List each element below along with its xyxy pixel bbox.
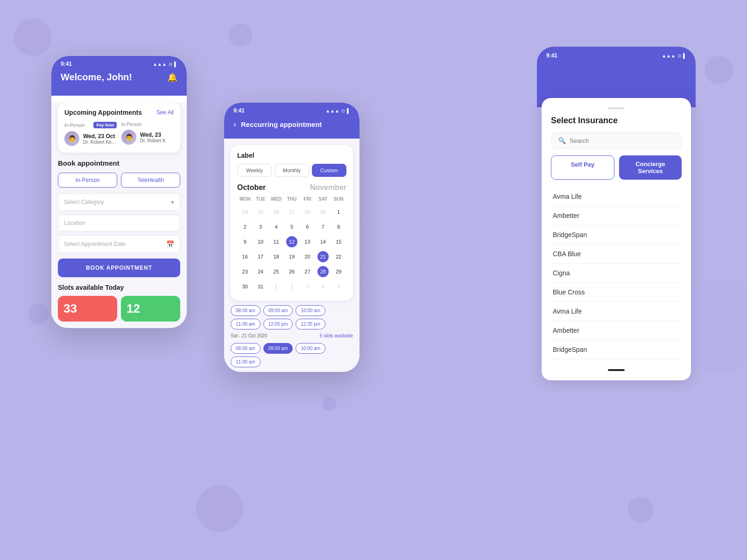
- inperson-button[interactable]: In-Person: [58, 173, 117, 188]
- cal-cell[interactable]: 19: [284, 249, 299, 264]
- search-bar[interactable]: 🔍: [551, 132, 682, 149]
- calendar-months: October November: [237, 183, 346, 192]
- cal-header: MON TUE WED THU FRI SAT SUN: [237, 196, 346, 203]
- status-time-1: 9:41: [61, 61, 72, 67]
- upcoming-appointments-card: Upcoming Appointments See All In-Person …: [58, 102, 180, 153]
- insurance-item-avmalife2[interactable]: Avma Life: [551, 302, 682, 321]
- appt-item-1: In-Person Pay Now 👨 Wed, 23 Oct Dr. Robe…: [64, 122, 117, 146]
- time-slot2-1100[interactable]: 11:00 am: [231, 357, 261, 367]
- time-slot-1100[interactable]: 11:00 am: [231, 319, 261, 329]
- time-slots-section1: 08:00 am 09:00 am 10:00 am 11:00 am 12:0…: [224, 301, 359, 372]
- cal-cell[interactable]: 5: [284, 219, 299, 234]
- cal-cell-12[interactable]: 12: [284, 234, 299, 249]
- cal-cell[interactable]: 1: [331, 204, 346, 219]
- insurance-item-ambetter1[interactable]: Ambetter: [551, 206, 682, 225]
- cal-cell[interactable]: 31: [253, 279, 268, 294]
- cal-cell[interactable]: 1: [268, 279, 284, 294]
- cal-cell[interactable]: 18: [268, 249, 284, 264]
- cal-cell[interactable]: 10: [253, 234, 268, 249]
- cal-cell[interactable]: 2: [237, 219, 253, 234]
- book-appointment-button[interactable]: BOOK APPOINTMENT: [58, 259, 180, 277]
- status-icons-1: ▲▲▲ ⊙ ▌: [153, 62, 177, 67]
- search-input[interactable]: [570, 137, 675, 144]
- cal-cell[interactable]: 29: [315, 204, 331, 219]
- pay-now-badge[interactable]: Pay Now: [93, 122, 117, 128]
- time-slot-1000[interactable]: 10:00 am: [296, 305, 325, 316]
- bell-icon[interactable]: 🔔: [167, 72, 177, 83]
- back-arrow-icon[interactable]: ‹: [233, 119, 236, 129]
- cal-cell-21[interactable]: 21: [315, 249, 331, 264]
- cal-cell[interactable]: 25: [253, 204, 268, 219]
- monthly-button[interactable]: Monthly: [275, 164, 309, 177]
- time-slot2-1000[interactable]: 10:00 am: [296, 343, 325, 354]
- time-slot2-0900[interactable]: 09:00 am: [263, 343, 293, 354]
- cal-cell[interactable]: 20: [300, 249, 315, 264]
- cal-cell[interactable]: 4: [315, 279, 331, 294]
- cal-cell[interactable]: 7: [315, 219, 331, 234]
- cal-cell[interactable]: 25: [268, 264, 284, 279]
- weekly-button[interactable]: Weekly: [237, 164, 272, 177]
- insurance-item-cigna1[interactable]: Cigna: [551, 264, 682, 283]
- cal-cell[interactable]: 22: [331, 249, 346, 264]
- cal-cell[interactable]: 13: [300, 234, 315, 249]
- telehealth-button[interactable]: TeleHealth: [121, 173, 180, 188]
- insurance-item-avmalife1[interactable]: Avma Life: [551, 187, 682, 206]
- cal-cell[interactable]: 17: [253, 249, 268, 264]
- appt-type-2: In-Person: [121, 122, 141, 127]
- time-slot-1205[interactable]: 12:05 pm: [263, 319, 293, 329]
- time-slot2-0800[interactable]: 08:00 am: [231, 343, 261, 354]
- cal-cell[interactable]: 8: [331, 219, 346, 234]
- self-pay-button[interactable]: Self Pay: [551, 155, 614, 180]
- phone1-body: Upcoming Appointments See All In-Person …: [51, 102, 187, 328]
- cal-cell[interactable]: 27: [284, 204, 299, 219]
- status-icons-2: ▲▲▲ ⊙ ▌: [325, 108, 350, 113]
- category-field[interactable]: Select Category ▾: [58, 193, 180, 211]
- cal-cell[interactable]: 14: [315, 234, 331, 249]
- cal-cell[interactable]: 30: [237, 279, 253, 294]
- cal-cell[interactable]: 9: [237, 234, 253, 249]
- see-all-link[interactable]: See All: [156, 109, 174, 116]
- cal-cell[interactable]: 23: [237, 264, 253, 279]
- cal-cell[interactable]: 4: [268, 219, 284, 234]
- cal-week-3: 9 10 11 12 13 14 15: [237, 234, 346, 249]
- insurance-item-bluecross1[interactable]: Blue Cross: [551, 283, 682, 302]
- location-field[interactable]: Location: [58, 215, 180, 231]
- concierge-services-button[interactable]: Concierge Services: [619, 155, 682, 180]
- cal-hdr-thu: THU: [284, 196, 299, 203]
- cal-cell[interactable]: 29: [331, 264, 346, 279]
- time-slots-grid-1: 08:00 am 09:00 am 10:00 am 11:00 am 12:0…: [231, 305, 353, 329]
- cal-cell[interactable]: 11: [268, 234, 284, 249]
- cal-cell[interactable]: 5: [331, 279, 346, 294]
- slot-number-green: 12: [127, 301, 175, 316]
- phone3-wrapper: 9:41 ▲▲▲ ⊙ ▌ Select Insurance 🔍 Self Pay…: [537, 47, 696, 390]
- cal-cell[interactable]: 26: [284, 264, 299, 279]
- cal-cell[interactable]: 2: [284, 279, 299, 294]
- cal-cell[interactable]: 28: [300, 204, 315, 219]
- time-slot-0800[interactable]: 08:00 am: [231, 305, 261, 316]
- cal-cell[interactable]: 24: [237, 204, 253, 219]
- battery-icon-2: ▌: [347, 108, 350, 113]
- insurance-item-ambetter2[interactable]: Ambetter: [551, 321, 682, 340]
- time-slot-1235[interactable]: 12:35 pm: [296, 319, 325, 329]
- date-field[interactable]: Select Appointment Date 📅: [58, 235, 180, 253]
- insurance-item-bridgespan1[interactable]: BridgeSpan: [551, 225, 682, 245]
- cal-cell-28[interactable]: 28: [315, 264, 331, 279]
- calendar-card: Label Weekly Monthly Custom October Nove…: [231, 145, 353, 301]
- search-icon: 🔍: [558, 137, 566, 144]
- insurance-item-cbablue2[interactable]: CBA Blue: [551, 359, 682, 364]
- phone1-frame: 9:41 ▲▲▲ ⊙ ▌ Welcome, John! 🔔 Upcoming A…: [51, 56, 187, 328]
- cal-cell[interactable]: 3: [253, 219, 268, 234]
- appt-info-row-2: 👨 Wed, 23 Dr. Robert K: [121, 130, 174, 145]
- cal-cell[interactable]: 27: [300, 264, 315, 279]
- cal-cell[interactable]: 24: [253, 264, 268, 279]
- back-row: ‹ Reccurring appointment: [233, 117, 350, 129]
- cal-cell[interactable]: 3: [300, 279, 315, 294]
- insurance-item-cbablue1[interactable]: CBA Blue: [551, 245, 682, 264]
- cal-cell[interactable]: 15: [331, 234, 346, 249]
- cal-cell[interactable]: 16: [237, 249, 253, 264]
- cal-cell[interactable]: 26: [268, 204, 284, 219]
- custom-button[interactable]: Custom: [312, 164, 346, 177]
- insurance-item-bridgespan2[interactable]: BridgeSpan: [551, 340, 682, 359]
- cal-cell[interactable]: 6: [300, 219, 315, 234]
- time-slot-0900[interactable]: 09:00 am: [263, 305, 293, 316]
